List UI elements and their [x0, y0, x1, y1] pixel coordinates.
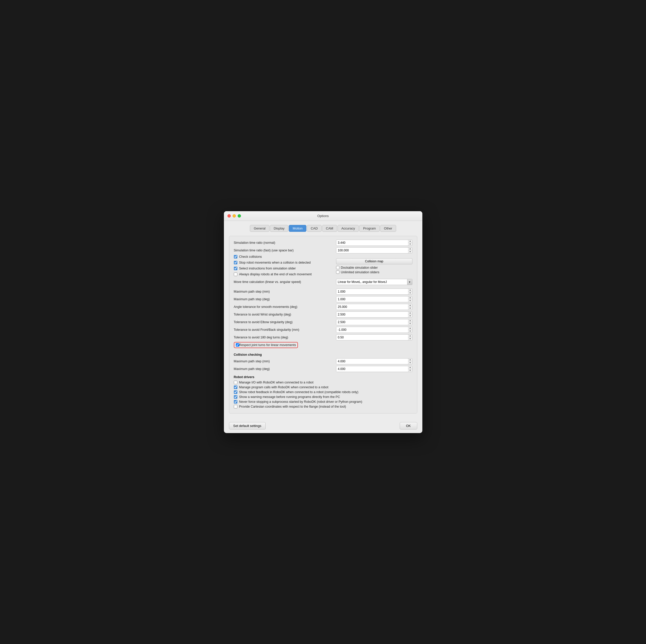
max-path-deg-field[interactable]	[336, 297, 408, 302]
collision-map-button[interactable]: Collision map	[336, 258, 412, 264]
deg-turns-input[interactable]: ▲ ▼	[336, 334, 412, 340]
show-feedback-label: Show robot feedback in RoboDK when conne…	[239, 390, 358, 394]
spin-down-icon[interactable]: ▼	[408, 299, 412, 302]
deg-turns-label: Tolerance to avoid 180 deg turns (deg)	[234, 336, 336, 339]
window-controls	[227, 214, 241, 218]
collision-max-deg-field[interactable]	[336, 366, 408, 372]
tab-program[interactable]: Program	[359, 225, 380, 232]
never-force-checkbox[interactable]	[234, 400, 237, 404]
max-path-deg-input[interactable]: ▲ ▼	[336, 296, 412, 302]
sim-time-normal-field[interactable]	[336, 240, 408, 245]
maximize-button[interactable]	[238, 214, 241, 218]
elbow-singularity-field[interactable]	[336, 319, 408, 325]
spin-up-icon[interactable]: ▲	[408, 319, 412, 322]
collision-max-deg-input[interactable]: ▲ ▼	[336, 366, 412, 372]
spin-down-icon[interactable]: ▼	[408, 337, 412, 340]
respect-joint-checkbox[interactable]	[236, 343, 239, 346]
spin-down-icon[interactable]: ▼	[408, 315, 412, 317]
tab-motion[interactable]: Motion	[289, 225, 306, 232]
manage-io-checkbox[interactable]	[234, 381, 237, 384]
check-collisions-checkbox[interactable]	[234, 255, 237, 258]
close-button[interactable]	[227, 214, 231, 218]
spin-up-icon[interactable]: ▲	[408, 289, 412, 292]
spin-up-icon[interactable]: ▲	[408, 240, 412, 243]
collision-max-mm-field[interactable]	[336, 358, 408, 364]
always-display-checkbox-row: Always display robots at the end of each…	[234, 273, 336, 276]
never-force-label: Never force stopping a subprocess starte…	[239, 400, 362, 404]
elbow-singularity-row: Tolerance to avoid Elbow singularity (de…	[234, 319, 412, 325]
tab-display[interactable]: Display	[270, 225, 289, 232]
sim-time-fast-field[interactable]	[336, 247, 408, 253]
spin-down-icon[interactable]: ▼	[408, 369, 412, 372]
spin-down-icon[interactable]: ▼	[408, 292, 412, 294]
stop-robot-label: Stop robot movements when a collision is…	[239, 261, 311, 264]
max-path-mm-field[interactable]	[336, 289, 408, 294]
spin-down-icon[interactable]: ▼	[408, 330, 412, 333]
wrist-singularity-spinner[interactable]: ▲ ▼	[408, 312, 412, 317]
move-time-dropdown-arrow[interactable]: ▼	[407, 279, 412, 285]
unlimited-row: Unlimited simulation sliders	[336, 271, 412, 274]
collision-max-mm-input[interactable]: ▲ ▼	[336, 358, 412, 364]
spin-up-icon[interactable]: ▲	[408, 335, 412, 338]
spin-down-icon[interactable]: ▼	[408, 307, 412, 310]
angle-tolerance-input[interactable]: ▲ ▼	[336, 304, 412, 310]
respect-joint-label: Respect joint turns for linear movements	[239, 343, 296, 347]
sim-time-fast-input[interactable]: ▲ ▼	[336, 247, 412, 253]
spin-up-icon[interactable]: ▲	[408, 358, 412, 361]
tab-other[interactable]: Other	[380, 225, 396, 232]
tab-accuracy[interactable]: Accuracy	[338, 225, 359, 232]
spin-up-icon[interactable]: ▲	[408, 247, 412, 251]
max-path-mm-spinner[interactable]: ▲ ▼	[408, 289, 412, 294]
spin-up-icon[interactable]: ▲	[408, 366, 412, 369]
deg-turns-spinner[interactable]: ▲ ▼	[408, 335, 412, 340]
spin-down-icon[interactable]: ▼	[408, 243, 412, 245]
manage-program-checkbox[interactable]	[234, 386, 237, 389]
spin-down-icon[interactable]: ▼	[408, 250, 412, 253]
stop-robot-checkbox[interactable]	[234, 261, 237, 264]
deg-turns-field[interactable]	[336, 335, 408, 340]
wrist-singularity-input[interactable]: ▲ ▼	[336, 311, 412, 318]
tab-general[interactable]: General	[250, 225, 269, 232]
sim-time-normal-spinner[interactable]: ▲ ▼	[408, 240, 412, 245]
sim-time-fast-spinner[interactable]: ▲ ▼	[408, 247, 412, 253]
elbow-singularity-input[interactable]: ▲ ▼	[336, 319, 412, 325]
check-collisions-label: Check collisions	[239, 255, 262, 258]
max-path-deg-row: Maximum path step (deg) ▲ ▼	[234, 296, 412, 302]
spin-down-icon[interactable]: ▼	[408, 322, 412, 325]
main-content: General Display Motion CAD CAM Accuracy …	[224, 221, 422, 419]
max-path-mm-input[interactable]: ▲ ▼	[336, 289, 412, 295]
angle-tolerance-spinner[interactable]: ▲ ▼	[408, 304, 412, 310]
move-time-row: Move time calculation (linear vs. angula…	[234, 279, 412, 285]
spin-up-icon[interactable]: ▲	[408, 304, 412, 307]
collision-max-mm-spinner[interactable]: ▲ ▼	[408, 358, 412, 364]
spin-up-icon[interactable]: ▲	[408, 327, 412, 330]
unlimited-checkbox[interactable]	[336, 271, 339, 274]
collision-max-deg-row: Maximum path step (deg) ▲ ▼	[234, 366, 412, 372]
max-path-mm-row: Maximum path step (mm) ▲ ▼	[234, 289, 412, 295]
max-path-deg-spinner[interactable]: ▲ ▼	[408, 297, 412, 302]
spin-up-icon[interactable]: ▲	[408, 312, 412, 315]
tab-cam[interactable]: CAM	[322, 225, 337, 232]
manage-program-row: Manage program calls with RoboDK when co…	[234, 386, 412, 389]
always-display-checkbox[interactable]	[234, 273, 237, 276]
front-back-input[interactable]: ▲ ▼	[336, 327, 412, 333]
tab-cad[interactable]: CAD	[307, 225, 321, 232]
collision-max-deg-spinner[interactable]: ▲ ▼	[408, 366, 412, 372]
front-back-field[interactable]	[336, 327, 408, 333]
front-back-spinner[interactable]: ▲ ▼	[408, 327, 412, 333]
select-instructions-checkbox[interactable]	[234, 266, 237, 270]
show-warning-checkbox[interactable]	[234, 395, 237, 399]
spin-down-icon[interactable]: ▼	[408, 361, 412, 364]
set-default-button[interactable]: Set default settings	[229, 422, 266, 430]
sim-time-normal-label: Simulation time ratio (normal)	[234, 241, 336, 244]
dockable-checkbox[interactable]	[336, 266, 339, 269]
provide-cartesian-checkbox[interactable]	[234, 405, 237, 408]
wrist-singularity-field[interactable]	[336, 312, 408, 317]
ok-button[interactable]: OK	[400, 422, 417, 430]
angle-tolerance-field[interactable]	[336, 304, 408, 310]
minimize-button[interactable]	[232, 214, 236, 218]
sim-time-normal-input[interactable]: ▲ ▼	[336, 240, 412, 246]
show-feedback-checkbox[interactable]	[234, 390, 237, 394]
elbow-singularity-spinner[interactable]: ▲ ▼	[408, 319, 412, 325]
spin-up-icon[interactable]: ▲	[408, 297, 412, 300]
